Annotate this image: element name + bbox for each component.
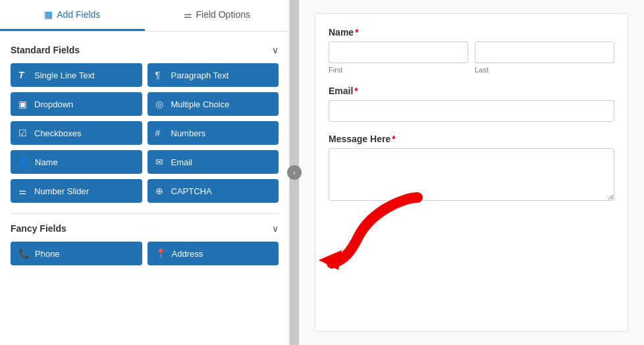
fancy-fields-header: Fancy Fields ∨ — [11, 223, 279, 234]
scroll-track: ‹ — [290, 0, 299, 345]
name-label-text: Name — [329, 27, 354, 38]
add-fields-icon: ▦ — [44, 9, 53, 20]
right-panel: Name* First Last Email* M — [299, 0, 644, 345]
last-name-wrap: Last — [475, 41, 614, 74]
email-label: Email* — [329, 86, 614, 96]
field-btn-phone[interactable]: 📞 Phone — [11, 242, 142, 265]
collapse-panel-button[interactable]: ‹ — [287, 165, 302, 180]
field-btn-multiple-choice[interactable]: ◎ Multiple Choice — [148, 92, 279, 116]
field-btn-numbers[interactable]: # Numbers — [148, 121, 279, 145]
single-line-text-icon: T — [18, 70, 29, 80]
fancy-fields-title: Fancy Fields — [11, 223, 67, 234]
first-name-wrap: First — [329, 41, 468, 74]
field-btn-paragraph-text-label: Paragraph Text — [171, 70, 229, 80]
field-options-icon: ⚌ — [184, 9, 192, 20]
email-input[interactable] — [329, 100, 614, 122]
form-group-email: Email* — [329, 86, 614, 122]
standard-fields-chevron[interactable]: ∨ — [272, 45, 279, 55]
multiple-choice-icon: ◎ — [155, 99, 166, 109]
message-textarea[interactable] — [329, 148, 614, 201]
form-area: Name* First Last Email* M — [315, 13, 628, 332]
captcha-icon: ⊕ — [155, 186, 166, 196]
field-btn-single-line-text[interactable]: T Single Line Text — [11, 63, 142, 87]
last-name-input[interactable] — [475, 41, 614, 63]
tab-field-options[interactable]: ⚌ Field Options — [145, 0, 290, 31]
field-btn-number-slider[interactable]: ⚌ Number Slider — [11, 179, 142, 203]
tabs-bar: ▦ Add Fields ⚌ Field Options — [0, 0, 289, 32]
field-btn-numbers-label: Numbers — [171, 128, 206, 138]
checkboxes-icon: ☑ — [18, 128, 29, 138]
phone-icon: 📞 — [18, 248, 30, 259]
panel-content: Standard Fields ∨ T Single Line Text ¶ P… — [0, 32, 289, 345]
name-fields-row: First Last — [329, 41, 614, 74]
tab-add-fields[interactable]: ▦ Add Fields — [0, 0, 145, 31]
field-btn-captcha-label: CAPTCHA — [171, 186, 212, 196]
dropdown-icon: ▣ — [18, 99, 29, 109]
name-icon: 👤 — [18, 157, 30, 167]
fancy-fields-grid: 📞 Phone 📍 Address — [11, 242, 279, 265]
address-icon: 📍 — [155, 248, 167, 259]
tab-add-fields-label: Add Fields — [57, 9, 100, 20]
fancy-fields-section: Fancy Fields ∨ 📞 Phone 📍 Address — [11, 223, 279, 265]
field-btn-address-label: Address — [172, 249, 203, 259]
field-btn-email[interactable]: ✉ Email — [148, 150, 279, 174]
message-required-star: * — [392, 134, 395, 144]
field-btn-phone-label: Phone — [35, 249, 60, 259]
standard-fields-header: Standard Fields ∨ — [11, 45, 279, 55]
standard-fields-title: Standard Fields — [11, 45, 80, 55]
last-sub-label: Last — [475, 66, 614, 74]
first-sub-label: First — [329, 66, 468, 74]
name-required-star: * — [355, 27, 358, 38]
field-btn-email-label: Email — [171, 157, 193, 167]
standard-fields-grid: T Single Line Text ¶ Paragraph Text ▣ Dr… — [11, 63, 279, 203]
email-icon: ✉ — [155, 157, 166, 167]
field-btn-dropdown-label: Dropdown — [34, 99, 73, 109]
field-btn-captcha[interactable]: ⊕ CAPTCHA — [148, 179, 279, 203]
paragraph-text-icon: ¶ — [155, 70, 166, 80]
tab-field-options-label: Field Options — [196, 9, 250, 20]
field-btn-paragraph-text[interactable]: ¶ Paragraph Text — [148, 63, 279, 87]
field-btn-single-line-text-label: Single Line Text — [34, 70, 95, 80]
name-label: Name* — [329, 27, 614, 38]
message-label: Message Here* — [329, 134, 614, 144]
field-btn-address[interactable]: 📍 Address — [148, 242, 279, 265]
email-required-star: * — [354, 86, 358, 96]
message-label-text: Message Here — [329, 134, 390, 144]
form-group-name: Name* First Last — [329, 27, 614, 74]
section-divider — [11, 213, 279, 214]
field-btn-checkboxes[interactable]: ☑ Checkboxes — [11, 121, 142, 145]
left-panel: ▦ Add Fields ⚌ Field Options Standard Fi… — [0, 0, 290, 345]
fancy-fields-chevron[interactable]: ∨ — [272, 223, 279, 234]
first-name-input[interactable] — [329, 41, 468, 63]
field-btn-multiple-choice-label: Multiple Choice — [171, 99, 230, 109]
field-btn-checkboxes-label: Checkboxes — [34, 128, 82, 138]
field-btn-number-slider-label: Number Slider — [34, 186, 89, 196]
number-slider-icon: ⚌ — [18, 186, 29, 196]
field-btn-dropdown[interactable]: ▣ Dropdown — [11, 92, 142, 116]
field-btn-name[interactable]: 👤 Name — [11, 150, 142, 174]
field-btn-name-label: Name — [35, 157, 58, 167]
numbers-icon: # — [155, 128, 166, 138]
email-label-text: Email — [329, 86, 353, 96]
form-group-message: Message Here* — [329, 134, 614, 203]
